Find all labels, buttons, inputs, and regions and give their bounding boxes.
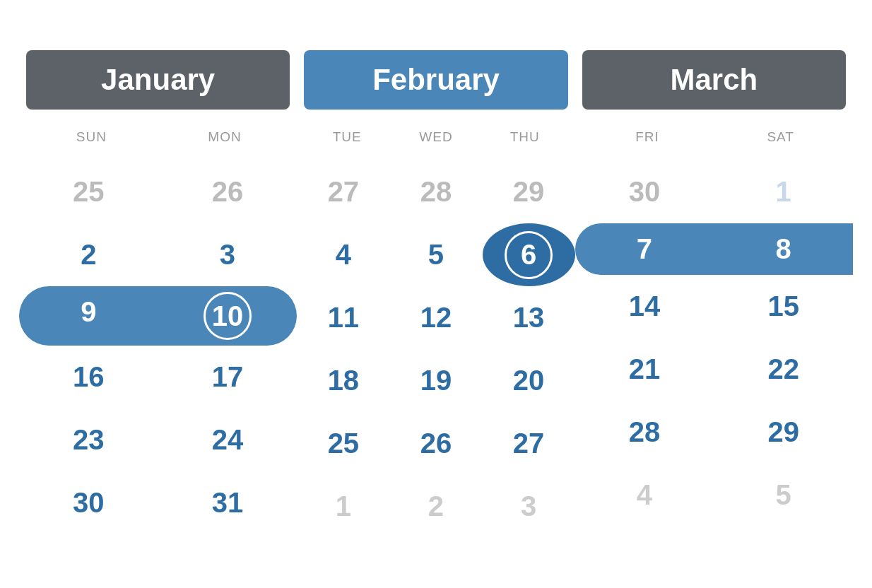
january-block: January SUN MON 25 26 2 3 9 10 16 17 23 <box>19 50 297 538</box>
feb-day-6[interactable]: 6 <box>483 223 575 286</box>
feb-wday-thu: THU <box>481 124 570 155</box>
feb-day-13[interactable]: 13 <box>483 286 575 349</box>
mar-day-15[interactable]: 15 <box>714 275 853 338</box>
feb-day-11[interactable]: 11 <box>297 286 389 349</box>
feb-day-1-other[interactable]: 1 <box>297 475 389 538</box>
mar-wday-sat: SAT <box>714 124 847 155</box>
jan-wday-sun: SUN <box>25 124 158 155</box>
mar-day-5-other[interactable]: 5 <box>714 464 853 527</box>
feb-day-20[interactable]: 20 <box>483 349 575 412</box>
mar-day-22[interactable]: 22 <box>714 338 853 401</box>
feb-day-12[interactable]: 12 <box>389 286 482 349</box>
january-title: January <box>101 63 215 96</box>
jan-day-26[interactable]: 26 <box>158 160 297 223</box>
february-block: February TUE WED THU 27 28 29 4 5 6 11 1… <box>297 50 575 538</box>
feb-day-28-other[interactable]: 28 <box>389 160 482 223</box>
february-header[interactable]: February <box>304 50 567 110</box>
jan-day-16[interactable]: 16 <box>19 346 158 408</box>
jan-day-24[interactable]: 24 <box>158 408 297 471</box>
mar-day-1[interactable]: 1 <box>714 160 853 223</box>
jan-day-2[interactable]: 2 <box>19 223 158 286</box>
mar-day-29[interactable]: 29 <box>714 401 853 464</box>
jan-day-17[interactable]: 17 <box>158 346 297 408</box>
feb-day-18[interactable]: 18 <box>297 349 389 412</box>
feb-day-27[interactable]: 27 <box>483 412 575 475</box>
jan-day-25[interactable]: 25 <box>19 160 158 223</box>
calendar-container: January SUN MON 25 26 2 3 9 10 16 17 23 <box>19 36 853 552</box>
jan-day-3[interactable]: 3 <box>158 223 297 286</box>
feb-day-2-other[interactable]: 2 <box>389 475 482 538</box>
jan-day-30[interactable]: 30 <box>19 471 158 534</box>
feb-wday-tue: TUE <box>302 124 391 155</box>
feb-day-4[interactable]: 4 <box>297 223 389 286</box>
feb-wday-wed: WED <box>391 124 481 155</box>
feb-day-27-other[interactable]: 27 <box>297 160 389 223</box>
jan-day-23[interactable]: 23 <box>19 408 158 471</box>
feb-day-29-other[interactable]: 29 <box>483 160 575 223</box>
jan-day-10[interactable]: 10 <box>158 286 297 346</box>
mar-day-21[interactable]: 21 <box>575 338 714 401</box>
feb-day-5[interactable]: 5 <box>389 223 482 286</box>
jan-wday-mon: MON <box>158 124 292 155</box>
mar-day-7[interactable]: 7 <box>575 223 714 275</box>
feb-day-19[interactable]: 19 <box>389 349 482 412</box>
mar-day-4-other[interactable]: 4 <box>575 464 714 527</box>
feb-day-3-other[interactable]: 3 <box>483 475 575 538</box>
march-block: March FRI SAT 30 1 7 8 14 15 21 22 28 <box>575 50 853 538</box>
jan-day-31[interactable]: 31 <box>158 471 297 534</box>
january-header[interactable]: January <box>26 50 290 110</box>
february-title: February <box>372 63 500 96</box>
march-title: March <box>670 63 758 96</box>
mar-day-14[interactable]: 14 <box>575 275 714 338</box>
mar-day-30-other[interactable]: 30 <box>575 160 714 223</box>
feb-day-25[interactable]: 25 <box>297 412 389 475</box>
mar-wday-fri: FRI <box>581 124 714 155</box>
mar-day-8[interactable]: 8 <box>714 223 853 275</box>
mar-day-28[interactable]: 28 <box>575 401 714 464</box>
feb-day-26[interactable]: 26 <box>389 412 482 475</box>
jan-day-9[interactable]: 9 <box>19 286 158 346</box>
march-header[interactable]: March <box>582 50 846 110</box>
